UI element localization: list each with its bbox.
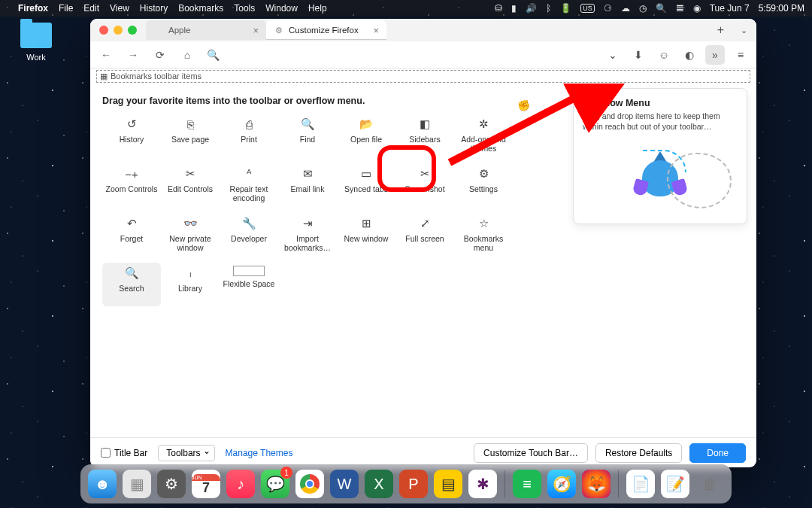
customize-touchbar-button[interactable]: Customize Touch Bar… bbox=[474, 443, 588, 463]
dock-finder[interactable]: ☻ bbox=[88, 470, 117, 498]
item-bookmarks-menu[interactable]: ☆Bookmarks menu bbox=[454, 213, 513, 263]
menu-bookmarks[interactable]: Bookmarks bbox=[178, 3, 223, 14]
item-full-screen[interactable]: ⤢Full screen bbox=[395, 213, 454, 257]
tab-apple[interactable]: Apple × bbox=[146, 20, 266, 40]
menubar-time[interactable]: 5:59:00 PM bbox=[759, 3, 804, 14]
item-library[interactable]: ₗLibrary bbox=[161, 263, 220, 306]
tab-close-icon[interactable]: × bbox=[373, 25, 379, 36]
menu-tools[interactable]: Tools bbox=[234, 3, 255, 14]
spotlight-icon[interactable]: 🔍 bbox=[656, 3, 667, 14]
item-import-bookmarks[interactable]: ⇥Import bookmarks… bbox=[278, 213, 337, 263]
tab-close-icon[interactable]: × bbox=[253, 25, 259, 36]
dock-excel[interactable]: X bbox=[365, 470, 393, 498]
menu-history[interactable]: History bbox=[140, 3, 168, 14]
dock-firefox[interactable]: 🦊 bbox=[582, 470, 611, 498]
item-private-window[interactable]: 👓New private window bbox=[161, 213, 220, 263]
extensions-button[interactable]: ◐ bbox=[680, 45, 699, 65]
bookmarks-toolbar[interactable]: ▦ Bookmarks toolbar items bbox=[90, 68, 756, 84]
dock-launchpad[interactable]: ▦ bbox=[123, 470, 151, 498]
window-minimize[interactable] bbox=[114, 26, 123, 35]
menu-window[interactable]: Window bbox=[265, 3, 298, 14]
item-settings[interactable]: ⚙Settings bbox=[454, 163, 513, 207]
home-button[interactable]: ⌂ bbox=[177, 45, 197, 65]
battery-icon[interactable]: 🔋 bbox=[560, 3, 571, 14]
item-screenshot[interactable]: ✂Screenshot bbox=[395, 163, 454, 207]
item-search[interactable]: 🔍Search bbox=[102, 263, 161, 306]
appmenu-button[interactable]: ≡ bbox=[731, 45, 750, 65]
window-maximize[interactable] bbox=[128, 26, 137, 35]
item-open-file[interactable]: 📂Open file bbox=[337, 114, 395, 157]
sync-icon[interactable]: ☁ bbox=[621, 3, 630, 14]
control-center-icon[interactable]: 𝌆 bbox=[676, 3, 684, 14]
item-addons[interactable]: ✲Add-ons and themes bbox=[454, 114, 513, 163]
menu-edit[interactable]: Edit bbox=[83, 3, 99, 14]
downloads-button[interactable]: ⬇ bbox=[629, 45, 648, 65]
dock-settings[interactable]: ⚙ bbox=[157, 470, 186, 498]
clock-icon[interactable]: ◷ bbox=[639, 3, 647, 14]
dock-powerpoint[interactable]: P bbox=[399, 470, 428, 498]
status-icon[interactable]: ▮ bbox=[511, 3, 517, 14]
input-source[interactable]: US bbox=[580, 4, 595, 13]
desktop-folder-work[interactable]: Work bbox=[14, 23, 59, 62]
dock-trash[interactable]: 🗑 bbox=[695, 470, 724, 498]
item-history[interactable]: ↺History bbox=[102, 114, 161, 157]
account-button[interactable]: ☺ bbox=[654, 45, 674, 65]
dock-messages[interactable]: 💬1 bbox=[261, 470, 289, 498]
item-save-page[interactable]: ⎘Save page bbox=[161, 114, 220, 157]
item-find[interactable]: 🔍Find bbox=[278, 114, 337, 157]
reload-button[interactable]: ⟳ bbox=[150, 45, 170, 65]
siri-icon[interactable]: ◉ bbox=[693, 3, 701, 14]
dock-music[interactable]: ♪ bbox=[226, 470, 255, 498]
item-forget[interactable]: ↶Forget bbox=[102, 213, 161, 257]
dock-textedit[interactable]: 📄 bbox=[626, 470, 655, 498]
dock-safari[interactable]: 🧭 bbox=[547, 470, 576, 498]
item-email-link[interactable]: ✉Email link bbox=[278, 163, 337, 207]
private-window-icon: 👓 bbox=[183, 216, 198, 231]
window-close[interactable] bbox=[99, 26, 108, 35]
menu-help[interactable]: Help bbox=[308, 3, 327, 14]
wifi-icon[interactable]: ⚆ bbox=[604, 3, 612, 14]
dock-word[interactable]: W bbox=[330, 470, 359, 498]
dock-calendar[interactable]: JUN7 bbox=[192, 470, 220, 498]
forward-button[interactable]: → bbox=[123, 45, 143, 65]
item-print[interactable]: ⎙Print bbox=[220, 114, 278, 157]
item-synced-tabs[interactable]: ▭Synced tabs bbox=[337, 163, 395, 207]
dock-spotify[interactable]: ≡ bbox=[513, 470, 541, 498]
back-button[interactable]: ← bbox=[96, 45, 116, 65]
item-edit-controls[interactable]: ✂Edit Controls bbox=[161, 163, 220, 207]
urlbar-search-icon[interactable]: 🔍 bbox=[205, 45, 221, 65]
title-bar-checkbox[interactable]: Title Bar bbox=[101, 448, 147, 458]
overflow-button[interactable]: » bbox=[705, 45, 725, 65]
item-developer[interactable]: 🔧Developer bbox=[220, 213, 278, 257]
volume-icon[interactable]: 🔊 bbox=[526, 3, 537, 14]
menubar-date[interactable]: Tue Jun 7 bbox=[710, 3, 750, 14]
manage-themes-link[interactable]: Manage Themes bbox=[226, 448, 293, 458]
dropbox-icon[interactable]: ⛁ bbox=[495, 3, 502, 14]
dock-notes[interactable]: ▤ bbox=[434, 470, 462, 498]
all-tabs-button[interactable]: ⌄ bbox=[732, 26, 756, 35]
search-icon: 🔍 bbox=[124, 266, 139, 281]
item-zoom[interactable]: −+Zoom Controls bbox=[102, 163, 161, 213]
item-flexible-space[interactable]: Flexible Space bbox=[220, 263, 278, 306]
synced-tabs-icon: ▭ bbox=[359, 166, 374, 181]
restore-defaults-button[interactable]: Restore Defaults bbox=[595, 443, 682, 463]
menu-view[interactable]: View bbox=[110, 3, 129, 14]
dock-chrome[interactable] bbox=[295, 470, 324, 498]
menu-file[interactable]: File bbox=[59, 3, 73, 14]
sidebars-icon: ◧ bbox=[417, 117, 432, 132]
pocket-button[interactable]: ⌄ bbox=[603, 45, 623, 65]
title-bar-checkbox-input[interactable] bbox=[101, 448, 111, 458]
bluetooth-icon[interactable]: ᛒ bbox=[546, 3, 551, 14]
item-repair-encoding[interactable]: ᴬRepair text encoding bbox=[220, 163, 278, 213]
nav-toolbar: ← → ⟳ ⌂ 🔍 ⌄ ⬇ ☺ ◐ » ≡ bbox=[90, 41, 756, 68]
overflow-menu-panel[interactable]: Overflow Menu Drag and drop items here t… bbox=[573, 88, 747, 224]
item-sidebars[interactable]: ◧Sidebars bbox=[395, 114, 454, 157]
toolbars-dropdown[interactable]: Toolbars bbox=[158, 445, 214, 461]
dock-preview[interactable]: 📝 bbox=[661, 470, 689, 498]
done-button[interactable]: Done bbox=[689, 443, 746, 463]
new-tab-button[interactable]: + bbox=[710, 23, 732, 37]
tab-customize[interactable]: ⚙ Customize Firefox × bbox=[266, 20, 386, 40]
item-new-window[interactable]: ⊞New window bbox=[337, 213, 395, 257]
app-name[interactable]: Firefox bbox=[18, 3, 48, 14]
dock-slack[interactable]: ✱ bbox=[468, 470, 497, 498]
